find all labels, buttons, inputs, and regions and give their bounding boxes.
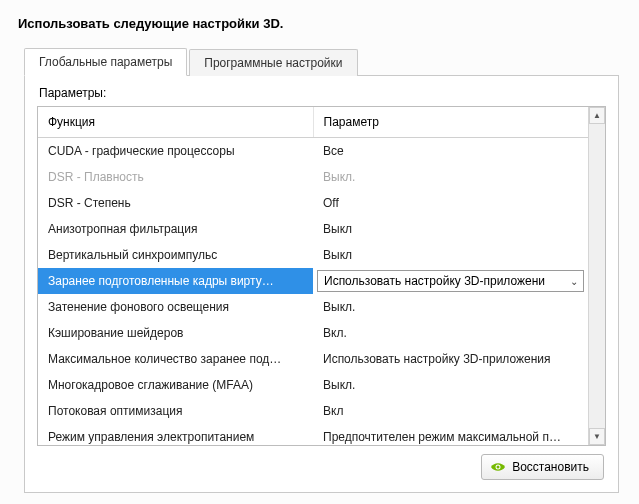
table-row[interactable]: Максимальное количество заранее под…Испо…: [38, 346, 588, 372]
setting-value-cell: Выкл: [313, 242, 588, 268]
svg-point-1: [497, 466, 500, 469]
scroll-up-button[interactable]: ▲: [589, 107, 605, 124]
setting-name-cell: Многокадровое сглаживание (MFAA): [38, 372, 313, 398]
footer-row: Восстановить: [37, 454, 604, 480]
vertical-scrollbar[interactable]: ▲ ▼: [588, 107, 605, 445]
setting-name-cell: Затенение фонового освещения: [38, 294, 313, 320]
table-row[interactable]: Затенение фонового освещенияВыкл.: [38, 294, 588, 320]
setting-value-cell: Все: [313, 138, 588, 165]
setting-value-cell: Выкл.: [313, 164, 588, 190]
tab-panel-global: Параметры: Функция Параметр CUDA - графи…: [24, 76, 619, 493]
scroll-track[interactable]: [589, 124, 605, 428]
settings-table: Функция Параметр CUDA - графические проц…: [38, 107, 588, 445]
tab-bar: Глобальные параметры Программные настрой…: [24, 47, 619, 76]
setting-value-cell: Использовать настройку 3D-приложени⌄: [313, 268, 588, 294]
column-header-param[interactable]: Параметр: [313, 107, 588, 138]
section-label: Параметры:: [39, 86, 606, 100]
setting-value-dropdown[interactable]: Использовать настройку 3D-приложени⌄: [317, 270, 584, 292]
settings-table-scroll: Функция Параметр CUDA - графические проц…: [38, 107, 588, 445]
setting-name-cell: Заранее подготовленные кадры вирту…: [38, 268, 313, 294]
setting-name-cell: DSR - Степень: [38, 190, 313, 216]
table-row[interactable]: Заранее подготовленные кадры вирту…Испол…: [38, 268, 588, 294]
restore-button[interactable]: Восстановить: [481, 454, 604, 480]
table-row[interactable]: Вертикальный синхроимпульсВыкл: [38, 242, 588, 268]
scroll-down-button[interactable]: ▼: [589, 428, 605, 445]
settings-table-container: Функция Параметр CUDA - графические проц…: [37, 106, 606, 446]
table-row[interactable]: Кэширование шейдеровВкл.: [38, 320, 588, 346]
settings-pane: Использовать следующие настройки 3D. Гло…: [0, 0, 639, 504]
tab-program[interactable]: Программные настройки: [189, 49, 357, 76]
setting-name-cell: Кэширование шейдеров: [38, 320, 313, 346]
setting-value-cell: Предпочтителен режим максимальной п…: [313, 424, 588, 445]
setting-value-cell: Выкл.: [313, 294, 588, 320]
setting-name-cell: Анизотропная фильтрация: [38, 216, 313, 242]
table-row[interactable]: CUDA - графические процессорыВсе: [38, 138, 588, 165]
setting-value-cell: Выкл: [313, 216, 588, 242]
table-row[interactable]: DSR - СтепеньOff: [38, 190, 588, 216]
setting-value-cell: Off: [313, 190, 588, 216]
page-title: Использовать следующие настройки 3D.: [18, 16, 621, 31]
nvidia-icon: [490, 461, 506, 473]
setting-name-cell: CUDA - графические процессоры: [38, 138, 313, 165]
setting-name-cell: Вертикальный синхроимпульс: [38, 242, 313, 268]
chevron-down-icon: ⌄: [565, 276, 583, 287]
column-header-function[interactable]: Функция: [38, 107, 313, 138]
setting-value-cell: Выкл.: [313, 372, 588, 398]
table-row[interactable]: Потоковая оптимизацияВкл: [38, 398, 588, 424]
table-row[interactable]: Режим управления электропитаниемПредпочт…: [38, 424, 588, 445]
table-row[interactable]: Анизотропная фильтрацияВыкл: [38, 216, 588, 242]
setting-name-cell: Потоковая оптимизация: [38, 398, 313, 424]
setting-value-cell: Использовать настройку 3D-приложения: [313, 346, 588, 372]
setting-name-cell: Максимальное количество заранее под…: [38, 346, 313, 372]
restore-button-label: Восстановить: [512, 460, 589, 474]
dropdown-selected-text: Использовать настройку 3D-приложени: [324, 274, 565, 288]
table-row[interactable]: Многокадровое сглаживание (MFAA)Выкл.: [38, 372, 588, 398]
setting-name-cell: DSR - Плавность: [38, 164, 313, 190]
table-row[interactable]: DSR - ПлавностьВыкл.: [38, 164, 588, 190]
tab-global[interactable]: Глобальные параметры: [24, 48, 187, 76]
setting-value-cell: Вкл.: [313, 320, 588, 346]
setting-value-cell: Вкл: [313, 398, 588, 424]
setting-name-cell: Режим управления электропитанием: [38, 424, 313, 445]
